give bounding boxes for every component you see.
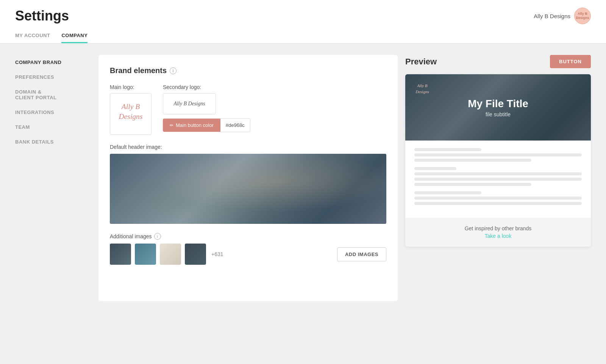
sidebar-item-integrations[interactable]: INTEGRATIONS (15, 105, 91, 120)
preview-logo-area: Ally B Designs (413, 80, 432, 101)
tab-my-account[interactable]: MY ACCOUNT (15, 29, 50, 43)
main-logo-label: Main logo: (110, 84, 152, 90)
skeleton-line (414, 191, 481, 194)
skeleton-line (414, 197, 582, 200)
skeleton-line (414, 172, 582, 175)
skeleton-line (414, 183, 531, 186)
preview-logo-svg: Ally B Designs (413, 80, 432, 101)
color-value: #de968c (220, 118, 250, 132)
preview-header-image: Ally B Designs My File Title file subtit… (405, 74, 591, 141)
additional-images-label: Additional images i (110, 233, 386, 240)
main-logo-svg: Ally B Designs (114, 97, 147, 131)
avatar: Ally BDesigns (574, 8, 591, 24)
sidebar-item-domain-client-portal[interactable]: DOMAIN &CLIENT PORTAL (15, 84, 91, 105)
add-images-button[interactable]: ADD IMAGES (337, 247, 386, 261)
pencil-icon: ✏ (170, 123, 173, 128)
sidebar-item-company-brand[interactable]: COMPANY BRAND (15, 55, 91, 70)
thumbnail-3[interactable] (160, 244, 181, 265)
preview-file-title: My File Title (468, 98, 528, 110)
skeleton-group-1 (414, 148, 582, 162)
color-button-label: Main button color (176, 122, 214, 128)
main-button-color-button[interactable]: ✏ Main button color (163, 119, 220, 132)
color-row: ✏ Main button color #de968c (163, 118, 250, 132)
tab-company[interactable]: COMPANY (61, 29, 87, 43)
preview-header: Preview BUTTON (405, 55, 591, 68)
preview-overlay-content: My File Title file subtitle (468, 98, 528, 117)
additional-images-text: Additional images (110, 233, 152, 239)
skeleton-line (414, 167, 456, 170)
secondary-logo-text: Ally B Designs (173, 101, 205, 107)
svg-text:Ally B: Ally B (121, 103, 140, 111)
preview-footer-text: Get inspired by other brands (413, 225, 583, 231)
thumbnail-4[interactable] (185, 244, 206, 265)
thumbnail-1[interactable] (110, 244, 131, 265)
skeleton-line (414, 178, 582, 181)
header-top: Settings Ally B Designs Ally BDesigns (15, 8, 591, 24)
preview-card: Ally B Designs My File Title file subtit… (405, 74, 591, 247)
user-info: Ally B Designs Ally BDesigns (534, 8, 591, 24)
page-title: Settings (15, 8, 69, 24)
main-logo-box[interactable]: Ally B Designs (110, 93, 152, 135)
main-content: COMPANY BRAND PREFERENCES DOMAIN &CLIENT… (0, 44, 606, 312)
brand-elements-info-icon[interactable]: i (170, 67, 176, 74)
desk-image (110, 154, 386, 224)
skeleton-line (414, 202, 582, 205)
preview-content (405, 141, 591, 218)
thumbnail-2[interactable] (135, 244, 156, 265)
sidebar-item-bank-details[interactable]: BANK DETAILS (15, 134, 91, 149)
skeleton-line (414, 159, 531, 162)
logos-row: Main logo: Ally B Designs Secondary logo… (110, 84, 386, 135)
header: Settings Ally B Designs Ally BDesigns MY… (0, 0, 606, 44)
secondary-logo-box[interactable]: Ally B Designs (163, 93, 216, 114)
user-name: Ally B Designs (534, 13, 570, 19)
sidebar-item-team[interactable]: TEAM (15, 120, 91, 134)
tabs: MY ACCOUNT COMPANY (15, 29, 591, 43)
skeleton-line (414, 153, 582, 156)
preview-footer-link[interactable]: Take a look (413, 233, 583, 239)
preview-file-subtitle: file subtitle (468, 111, 528, 117)
header-image-label: Default header image: (110, 144, 386, 150)
skeleton-group-3 (414, 191, 582, 205)
brand-elements-label: Brand elements (110, 66, 167, 75)
preview-button-badge: BUTTON (550, 55, 591, 68)
svg-text:Designs: Designs (119, 112, 143, 120)
secondary-logo-label: Secondary logo: (163, 84, 250, 90)
skeleton-line (414, 148, 481, 151)
svg-text:Designs: Designs (415, 89, 429, 94)
brand-panel: Brand elements i Main logo: Ally B Desig… (98, 55, 398, 301)
main-logo-section: Main logo: Ally B Designs (110, 84, 152, 135)
additional-images-info-icon[interactable]: i (154, 233, 161, 240)
preview-panel: Preview BUTTON Ally B Designs My File Ti… (405, 55, 591, 301)
thumb-count: +631 (211, 251, 223, 257)
secondary-logo-section: Secondary logo: Ally B Designs ✏ Main bu… (163, 84, 250, 135)
additional-images-row: +631 ADD IMAGES (110, 244, 386, 265)
sidebar: COMPANY BRAND PREFERENCES DOMAIN &CLIENT… (15, 55, 91, 301)
preview-footer: Get inspired by other brands Take a look (405, 218, 591, 247)
brand-panel-title: Brand elements i (110, 66, 386, 75)
svg-text:Ally B: Ally B (417, 83, 427, 88)
preview-title: Preview (405, 57, 437, 67)
sidebar-item-preferences[interactable]: PREFERENCES (15, 70, 91, 84)
skeleton-group-2 (414, 167, 582, 186)
header-image-box[interactable] (110, 154, 386, 224)
